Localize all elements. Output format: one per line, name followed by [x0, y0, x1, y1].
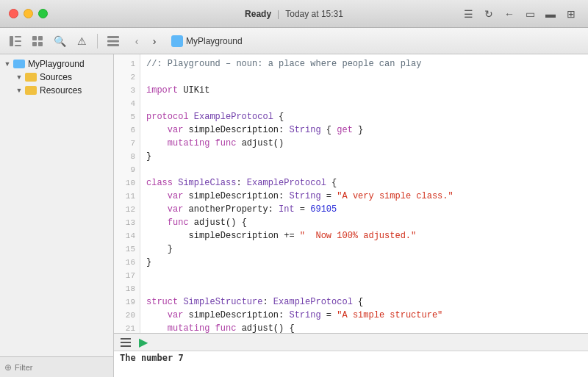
code-line-2	[146, 71, 582, 84]
line-num-21: 21	[114, 322, 140, 333]
sidebar: MyPlayground Sources Resources ⊕ ⊟ ⊞	[0, 54, 114, 377]
sources-folder-icon	[25, 73, 37, 82]
code-line-17	[146, 269, 582, 282]
svg-rect-5	[38, 36, 43, 40]
close-button[interactable]	[9, 9, 18, 18]
console-run-button[interactable]: ▶	[136, 335, 151, 350]
sidebar-toggle-button[interactable]	[6, 32, 25, 51]
line-num-11: 11	[114, 190, 140, 203]
code-line-6: var simpleDescription: String { get }	[146, 123, 582, 137]
playground-icon	[171, 35, 183, 47]
filter-plus-icon: ⊕	[4, 362, 12, 373]
tree-triangle-sources	[15, 73, 24, 82]
refresh-button[interactable]: ↻	[481, 6, 497, 22]
traffic-lights	[9, 9, 48, 18]
code-line-8: }	[146, 150, 582, 163]
svg-rect-3	[15, 45, 21, 46]
code-editor[interactable]: 1 2 3 4 5 6 7 8 9 10 11 12 13 14 15 16 1…	[114, 54, 588, 333]
toolbar-divider-1	[97, 34, 98, 49]
line-num-16: 16	[114, 256, 140, 269]
minimize-button[interactable]	[24, 9, 33, 18]
tree-triangle-playground	[3, 60, 12, 68]
file-tree: MyPlayground Sources Resources	[0, 54, 113, 356]
console-toolbar: ▶	[114, 334, 588, 351]
line-num-20: 20	[114, 309, 140, 322]
layout-button-2[interactable]: ▬	[542, 6, 559, 22]
titlebar-info: Ready | Today at 15:31	[245, 9, 343, 19]
line-num-3: 3	[114, 84, 140, 97]
console-toggle-button[interactable]	[118, 335, 133, 350]
alert-button[interactable]: ⚠	[72, 32, 91, 51]
code-content[interactable]: //: Playground – noun: a place where peo…	[140, 54, 588, 333]
sidebar-item-sources[interactable]: Sources	[0, 71, 113, 84]
sidebar-label-resources: Resources	[40, 85, 82, 96]
code-line-10: class SimpleClass: ExampleProtocol {	[146, 176, 582, 190]
code-line-19: struct SimpleStructure: ExampleProtocol …	[146, 295, 582, 309]
code-line-3: import UIKit	[146, 84, 582, 97]
sidebar-item-playground[interactable]: MyPlayground	[0, 57, 113, 71]
line-num-18: 18	[114, 282, 140, 295]
console-output-text: The number 7	[120, 353, 184, 363]
forward-nav-button[interactable]: ›	[146, 33, 162, 49]
line-num-15: 15	[114, 243, 140, 256]
code-line-20: var simpleDescription: String = "A simpl…	[146, 309, 582, 322]
editor-area: 1 2 3 4 5 6 7 8 9 10 11 12 13 14 15 16 1…	[114, 54, 588, 377]
filter-input[interactable]	[15, 363, 116, 372]
line-num-8: 8	[114, 150, 140, 163]
maximize-button[interactable]	[38, 9, 48, 18]
list-view-button[interactable]: ☰	[460, 6, 476, 22]
layout-button-3[interactable]: ⊞	[563, 6, 579, 22]
nav-buttons: ‹ ›	[129, 33, 162, 49]
search-button[interactable]: 🔍	[50, 32, 69, 51]
code-line-5: protocol ExampleProtocol {	[146, 110, 582, 123]
line-numbers: 1 2 3 4 5 6 7 8 9 10 11 12 13 14 15 16 1…	[114, 54, 140, 333]
scope-button[interactable]	[104, 32, 123, 51]
svg-rect-10	[107, 44, 119, 46]
svg-rect-6	[32, 42, 37, 46]
line-num-2: 2	[114, 71, 140, 84]
grid-view-button[interactable]	[28, 32, 47, 51]
line-num-7: 7	[114, 137, 140, 150]
titlebar-separator: |	[277, 9, 279, 19]
breadcrumb-label: MyPlayground	[186, 36, 243, 46]
code-line-13: func adjust() {	[146, 216, 582, 229]
code-line-12: var anotherProperty: Int = 69105	[146, 203, 582, 216]
line-num-14: 14	[114, 229, 140, 243]
svg-rect-1	[15, 36, 21, 37]
line-num-19: 19	[114, 295, 140, 309]
code-line-18	[146, 282, 582, 295]
code-line-15: }	[146, 243, 582, 256]
code-line-7: mutating func adjust()	[146, 137, 582, 150]
code-line-4	[146, 97, 582, 110]
main-area: MyPlayground Sources Resources ⊕ ⊟ ⊞	[0, 54, 588, 377]
line-num-9: 9	[114, 163, 140, 176]
layout-button-1[interactable]: ▭	[522, 6, 538, 22]
sidebar-label-playground: MyPlayground	[28, 59, 85, 69]
line-num-5: 5	[114, 110, 140, 123]
code-text-1: //: Playground – noun: a place where peo…	[146, 57, 421, 71]
line-num-10: 10	[114, 176, 140, 190]
back-button[interactable]: ←	[501, 6, 517, 22]
svg-rect-2	[15, 40, 21, 42]
svg-rect-8	[107, 36, 119, 38]
sidebar-filter-bar: ⊕ ⊟ ⊞	[0, 356, 113, 377]
resources-folder-icon	[25, 86, 37, 95]
console-output: The number 7	[114, 351, 588, 377]
svg-rect-4	[32, 36, 37, 40]
line-num-1: 1	[114, 57, 140, 71]
back-nav-button[interactable]: ‹	[129, 33, 145, 49]
toolbar: 🔍 ⚠ ‹ › MyPlayground	[0, 28, 588, 54]
sidebar-item-resources[interactable]: Resources	[0, 84, 113, 97]
svg-rect-7	[38, 42, 43, 46]
code-line-9	[146, 163, 582, 176]
sidebar-label-sources: Sources	[40, 72, 72, 82]
svg-rect-0	[10, 36, 13, 46]
line-num-13: 13	[114, 216, 140, 229]
code-line-14: simpleDescription += " Now 100% adjusted…	[146, 229, 582, 243]
line-num-6: 6	[114, 123, 140, 137]
line-num-12: 12	[114, 203, 140, 216]
code-line-21: mutating func adjust() {	[146, 322, 582, 333]
code-line-11: var simpleDescription: String = "A very …	[146, 190, 582, 203]
code-line-16: }	[146, 256, 582, 269]
titlebar: Ready | Today at 15:31 ☰ ↻ ← ▭ ▬ ⊞	[0, 0, 588, 28]
